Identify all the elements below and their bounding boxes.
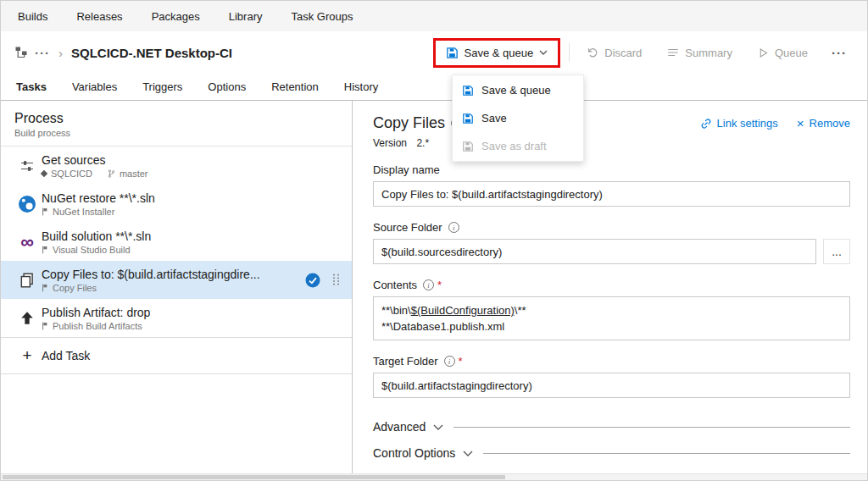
nav-item-task-groups[interactable]: Task Groups xyxy=(291,10,353,23)
visual-studio-icon: ∞ xyxy=(13,233,42,252)
task-type: Copy Files xyxy=(53,283,97,293)
task-row-publish-artifact[interactable]: Publish Artifact: drop Publish Build Art… xyxy=(1,299,352,337)
process-title: Process xyxy=(14,111,338,126)
more-actions-button[interactable]: ··· xyxy=(825,41,854,65)
task-row-get-sources[interactable]: Get sources SQLCICD master xyxy=(1,147,352,185)
summary-lines-icon xyxy=(667,47,679,58)
info-icon[interactable]: i xyxy=(423,279,434,290)
process-subtitle: Build process xyxy=(14,128,338,138)
scrollbar-thumb[interactable] xyxy=(3,475,505,479)
contents-label: Contents i * xyxy=(373,279,850,291)
contents-line-1: **\bin\$(BuildConfiguration)\** xyxy=(381,302,842,318)
menu-item-save-and-queue[interactable]: Save & queue xyxy=(453,76,583,104)
top-nav: Builds Releases Packages Library Task Gr… xyxy=(1,1,867,31)
horizontal-scrollbar[interactable] xyxy=(1,473,867,480)
save-icon xyxy=(462,141,474,152)
add-task-button[interactable]: + Add Task xyxy=(1,337,352,374)
version-value[interactable]: 2.* xyxy=(416,137,429,149)
nav-item-packages[interactable]: Packages xyxy=(152,10,200,23)
tab-retention[interactable]: Retention xyxy=(271,80,319,93)
detail-header: Copy Files i Link settings × Remove xyxy=(373,114,850,132)
save-icon xyxy=(462,85,474,97)
repo-name: SQLCICD xyxy=(51,169,92,179)
field-label-text: Target Folder xyxy=(373,355,438,368)
save-icon xyxy=(462,113,474,124)
chevron-down-icon xyxy=(539,50,548,55)
menu-item-label: Save & queue xyxy=(481,84,551,97)
annotation-highlight-box: Save & queue xyxy=(433,38,561,68)
task-type: Visual Studio Build xyxy=(53,245,131,255)
nav-item-builds[interactable]: Builds xyxy=(18,10,47,23)
tab-triggers[interactable]: Triggers xyxy=(142,80,182,93)
info-icon[interactable]: i xyxy=(444,356,455,367)
control-options-section-toggle[interactable]: Control Options xyxy=(373,446,850,460)
advanced-label: Advanced xyxy=(373,420,426,434)
remove-x-icon: × xyxy=(797,117,804,130)
pipeline-title: SQLCICD-.NET Desktop-CI xyxy=(71,46,232,60)
detail-title: Copy Files xyxy=(373,114,445,132)
flag-icon xyxy=(42,284,48,292)
add-task-label: Add Task xyxy=(42,349,90,362)
target-folder-input[interactable] xyxy=(373,373,850,398)
breadcrumb-chevron-icon: › xyxy=(58,46,63,60)
discard-button[interactable]: Discard xyxy=(578,41,650,65)
tab-options[interactable]: Options xyxy=(208,80,246,93)
control-options-label: Control Options xyxy=(373,446,455,460)
queue-button[interactable]: Queue xyxy=(749,41,816,65)
nav-item-releases[interactable]: Releases xyxy=(76,10,122,23)
build-configuration-variable: $(BuildConfiguration) xyxy=(411,304,515,317)
task-title: Publish Artifact: drop xyxy=(42,306,150,319)
task-row-build-solution[interactable]: ∞ Build solution **\*.sln Visual Studio … xyxy=(1,223,352,261)
target-folder-label: Target Folder i * xyxy=(373,355,850,368)
command-actions: Save & queue Discard Summary xyxy=(433,38,854,68)
breadcrumb-ellipsis[interactable]: ··· xyxy=(35,46,50,60)
field-label-text: Source Folder xyxy=(373,221,442,234)
info-icon[interactable]: i xyxy=(448,222,459,233)
task-title: Copy Files to: $(build.artifactstagingdi… xyxy=(42,268,260,281)
nav-item-library[interactable]: Library xyxy=(229,10,263,23)
tab-history[interactable]: History xyxy=(344,80,378,93)
remove-task-button[interactable]: × Remove xyxy=(797,117,850,130)
save-queue-button[interactable]: Save & queue xyxy=(437,41,557,65)
task-enabled-check-icon xyxy=(305,273,320,288)
contents-textarea[interactable]: **\bin\$(BuildConfiguration)\** **\Datab… xyxy=(373,296,850,340)
play-icon xyxy=(758,47,769,58)
get-sources-icon xyxy=(13,158,42,174)
summary-button[interactable]: Summary xyxy=(659,41,741,65)
branch-icon xyxy=(108,169,115,179)
summary-label: Summary xyxy=(685,47,732,59)
link-settings-button[interactable]: Link settings xyxy=(700,117,778,130)
task-subtitle: Visual Studio Build xyxy=(42,245,151,255)
flag-icon xyxy=(42,207,48,216)
tab-variables[interactable]: Variables xyxy=(72,80,117,93)
repo-icon xyxy=(41,169,47,176)
section-divider xyxy=(483,453,850,454)
task-type: NuGet Installer xyxy=(53,207,114,217)
task-title: NuGet restore **\*.sln xyxy=(42,191,155,205)
tab-bar: Tasks Variables Triggers Options Retenti… xyxy=(1,74,867,101)
browse-button[interactable]: ... xyxy=(823,239,850,264)
chevron-down-icon xyxy=(433,424,443,430)
display-name-input[interactable] xyxy=(373,181,850,207)
menu-item-save[interactable]: Save xyxy=(453,104,583,132)
nuget-icon xyxy=(13,195,42,213)
menu-item-label: Save xyxy=(481,112,507,124)
drag-handle[interactable] xyxy=(332,274,340,286)
task-subtitle: NuGet Installer xyxy=(42,207,155,217)
task-row-nuget-restore[interactable]: NuGet restore **\*.sln NuGet Installer xyxy=(1,185,352,223)
task-row-copy-files[interactable]: Copy Files to: $(build.artifactstagingdi… xyxy=(1,261,352,299)
detail-header-links: Link settings × Remove xyxy=(700,117,850,130)
task-title: Build solution **\*.sln xyxy=(42,229,151,243)
source-folder-row: ... xyxy=(373,234,850,264)
task-type: Publish Build Artifacts xyxy=(53,321,142,331)
source-folder-input[interactable] xyxy=(373,239,816,264)
flag-icon xyxy=(42,322,48,330)
tab-tasks[interactable]: Tasks xyxy=(16,80,47,93)
toolbar-divider xyxy=(569,43,570,62)
menu-item-save-as-draft: Save as draft xyxy=(453,132,583,160)
advanced-section-toggle[interactable]: Advanced xyxy=(373,420,850,434)
remove-label: Remove xyxy=(810,117,850,130)
link-settings-label: Link settings xyxy=(717,117,778,130)
process-header: Process Build process xyxy=(1,101,352,147)
undo-icon xyxy=(587,47,598,58)
